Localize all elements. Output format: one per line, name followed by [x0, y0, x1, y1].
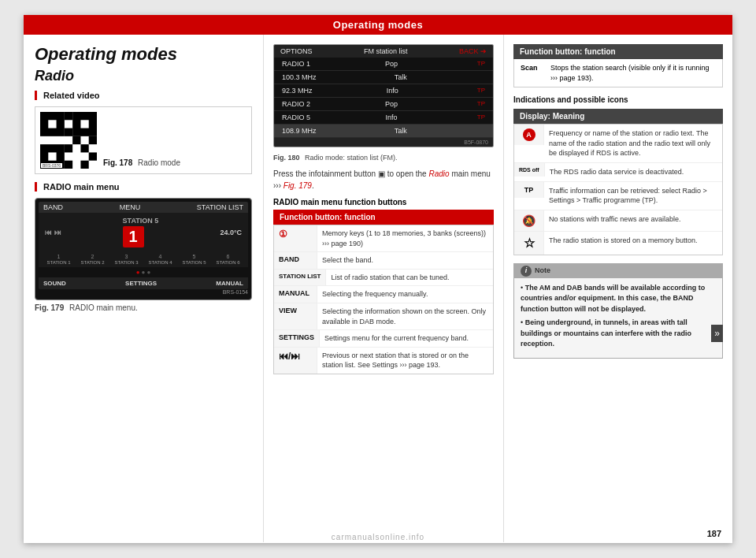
func-val-settings: Settings menu for the current frequency … [320, 330, 493, 347]
watermark: carmanualsonline.info [24, 533, 732, 541]
radio-screen: BAND MENU STATION LIST ⏮ ⏭ STATION 5 1 2… [35, 198, 252, 300]
preset-2: 2STATION 2 [80, 254, 104, 265]
ind-icon-notraffic: 🔕 [514, 210, 544, 231]
func-buttons-title: RADIO main menu function buttons [273, 198, 494, 206]
page: Operating modes Operating modes Radio Re… [24, 15, 732, 543]
screen-top-bar: BAND MENU STATION LIST [39, 202, 248, 213]
ind-icon-rds: RDS off [514, 163, 545, 177]
fig178-caption: Fig. 178 Radio mode [103, 154, 180, 169]
preset-6: 6STATION 6 [216, 254, 239, 265]
func-table: ① Memory keys (1 to 18 memories, 3 banks… [273, 225, 494, 374]
body-text: Press the infotainment button ▣ to open … [273, 168, 494, 192]
func-val-prevnext: Previous or next station that is stored … [317, 348, 493, 374]
svg-rect-15 [89, 152, 97, 160]
left-column: Operating modes Radio Related video [24, 35, 264, 542]
ind-icon-star: ☆ [514, 232, 544, 255]
preset-3: 3STATION 3 [114, 254, 138, 265]
svg-rect-11 [65, 144, 72, 152]
fm-row-2: 100.3 MHzTalk [274, 71, 493, 84]
svg-rect-2 [48, 120, 56, 128]
main-heading: Operating modes [35, 44, 252, 65]
content: Operating modes Radio Related video [24, 35, 732, 542]
func-row-view: VIEW Selecting the information shown on … [274, 303, 493, 330]
ind-row-notraffic: 🔕 No stations with traffic news are avai… [514, 210, 722, 232]
ind-val-a: Frequency or name of the station or radi… [544, 125, 722, 162]
svg-rect-4 [80, 120, 88, 128]
scan-row: Scan Stops the station search (visible o… [513, 59, 723, 87]
ind-row-tp: TP Traffic information can be retrieved:… [514, 182, 722, 210]
screen-bottom-row: SOUND SETTINGS MANUAL [39, 277, 248, 289]
func-row-settings: SETTINGS Settings menu for the current f… [274, 330, 493, 348]
func-row-manual: MANUAL Selecting the frequency manually. [274, 286, 493, 303]
sub-heading: Radio [35, 68, 252, 84]
scan-value: Stops the station search (visible only i… [550, 63, 716, 83]
ind-row-rds: RDS off The RDS radio data service is de… [514, 163, 722, 182]
fm-top-bar: OPTIONS FM station list BACK ➔ [274, 45, 493, 58]
preset-1: 1STATION 1 [46, 254, 70, 265]
screen-band-row: ⏮ ⏭ STATION 5 1 24.0°C [39, 213, 248, 251]
fm-screen: OPTIONS FM station list BACK ➔ RADIO 1Po… [273, 44, 494, 147]
info-icon: i [521, 266, 532, 277]
fm-row-5: RADIO 5InfoTP [274, 111, 493, 125]
fig180-caption: Fig. 180 Radio mode: station list (FM). [273, 154, 494, 162]
func-key-prevnext: ⏮/⏭ [274, 348, 317, 374]
note-box: i Note • The AM and DAB bands will be av… [513, 263, 723, 359]
qr-code: BRS-0376 [40, 112, 97, 169]
brs-tag-radio: BRS-0154 [39, 289, 248, 295]
ind-val-star: The radio station is stored on a memory … [544, 232, 722, 250]
func-key-settings: SETTINGS [274, 330, 320, 347]
fm-row-6: 108.9 MHzTalk [274, 125, 493, 138]
func-table-title: Function button: function [273, 210, 494, 225]
note-header: i Note [514, 264, 722, 278]
right-column: Function button: function Scan Stops the… [504, 35, 732, 542]
arrow-right-icon: » [711, 325, 723, 342]
func-val-1: Memory keys (1 to 18 memories, 3 banks (… [317, 225, 493, 251]
radio-main-section: RADIO main menu BAND MENU STATION LIST ⏮… [35, 182, 252, 312]
func-val-stlist: List of radio station that can be tuned. [326, 270, 493, 286]
svg-rect-13 [65, 161, 72, 169]
top-bar-title: Operating modes [333, 19, 423, 31]
fm-row-1: RADIO 1PopTP [274, 58, 493, 71]
qr-section: BRS-0376 Fig. 178 Radio mode [35, 106, 252, 174]
right-func-title: Function button: function [513, 44, 723, 59]
fm-footer: B5F-0870 [274, 138, 493, 147]
ind-row-star: ☆ The radio station is stored on a memor… [514, 232, 722, 255]
qr-svg [40, 112, 97, 169]
svg-rect-10 [89, 136, 97, 144]
preset-4: 4STATION 4 [148, 254, 172, 265]
svg-rect-14 [80, 161, 88, 169]
func-val-view: Selecting the information shown on the s… [317, 303, 493, 329]
top-bar: Operating modes [24, 15, 732, 35]
mid-column: OPTIONS FM station list BACK ➔ RADIO 1Po… [264, 35, 504, 542]
dots-row: ● ● ● [39, 267, 248, 277]
func-row-band: BAND Select the band. [274, 252, 493, 270]
indication-table: A Frequency or name of the station or ra… [513, 124, 723, 255]
ind-val-notraffic: No stations with traffic news are availa… [544, 210, 722, 229]
func-val-band: Select the band. [317, 252, 493, 269]
brs-tag: BRS-0376 [41, 163, 62, 168]
fig179-caption: Fig. 179 RADIO main menu. [35, 303, 252, 312]
func-key-manual: MANUAL [274, 286, 317, 303]
related-video-label: Related video [35, 91, 252, 100]
func-row-1: ① Memory keys (1 to 18 memories, 3 banks… [274, 225, 493, 252]
func-row-prevnext: ⏮/⏭ Previous or next station that is sto… [274, 348, 493, 374]
svg-rect-12 [80, 144, 88, 152]
screen-presets: 1STATION 1 2STATION 2 3STATION 3 4STATIO… [39, 251, 248, 267]
fm-row-3: 92.3 MHzInfoTP [274, 84, 493, 98]
func-val-manual: Selecting the frequency manually. [317, 286, 493, 303]
svg-rect-9 [72, 136, 80, 144]
display-meaning-bar: Display: Meaning [513, 109, 723, 124]
scan-label: Scan [521, 63, 544, 83]
func-key-view: VIEW [274, 303, 317, 329]
svg-rect-7 [65, 112, 72, 120]
func-key-band: BAND [274, 252, 317, 269]
note-text-1: • The AM and DAB bands will be available… [521, 283, 716, 315]
preset-5: 5STATION 5 [182, 254, 206, 265]
radio-main-menu-label: RADIO main menu [35, 182, 252, 192]
func-row-stlist: STATION LIST List of radio station that … [274, 270, 493, 287]
ind-row-a: A Frequency or name of the station or ra… [514, 125, 722, 163]
svg-rect-6 [48, 152, 56, 160]
func-key-stlist: STATION LIST [274, 270, 326, 286]
ind-val-tp: Traffic information can be retrieved: se… [544, 182, 722, 210]
note-text-2: • Being underground, in tunnels, in area… [521, 318, 716, 350]
